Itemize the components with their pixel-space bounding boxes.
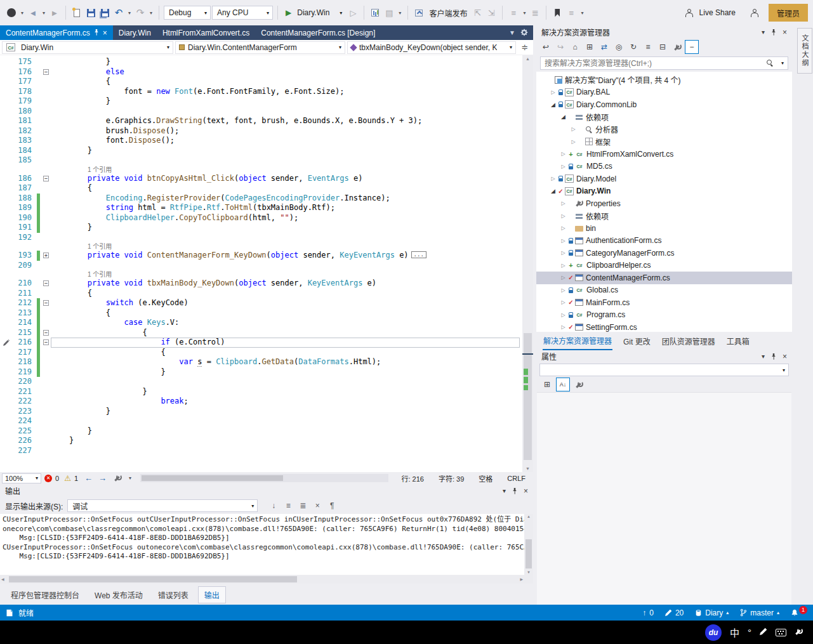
list-members-caret-icon[interactable]: ▾ [521,4,527,21]
bookmark-list-icon[interactable]: ≡ [565,4,578,21]
code-line-193[interactable]: 193+ private void ContentManagerForm_Key… [0,251,522,261]
expand-arrow-icon[interactable]: ▷ [559,287,567,293]
code-line-212[interactable]: 212− switch (e.KeyCode) [0,298,522,308]
ime-punctuation-icon[interactable]: ° [748,627,751,638]
expand-arrow-icon[interactable]: ▷ [559,275,567,280]
document-tab[interactable]: HtmlFromXamlConvert.cs [157,25,255,40]
tree-item[interactable]: 解决方案"Diary"(4 个项目, 共 4 个) [536,74,792,86]
collapsed-region[interactable]: ... [411,251,426,258]
codelens-reference-count[interactable]: 1 个引用 [88,243,112,250]
tree-item[interactable]: ▷MD5.cs [536,161,792,173]
tree-item[interactable]: ▷分析器 [536,123,792,136]
background-tasks-icon[interactable] [6,609,13,617]
expand-arrow-icon[interactable]: ▷ [549,176,557,181]
code-line-225[interactable]: 225 } [0,426,522,437]
indentation-indicator[interactable]: 空格 [473,473,498,483]
list-members-icon[interactable]: ≡ [507,4,520,21]
tree-item[interactable]: ▷+HtmlFromXamlConvert.cs [536,148,792,161]
tree-item[interactable]: ▷✓MainForm.cs [536,296,792,309]
profiler-caret-icon[interactable]: ▾ [397,4,403,21]
code-line-177[interactable]: 177 { [0,77,522,87]
window-position-icon[interactable]: ▾ [503,487,506,494]
code-line-224[interactable]: 224 [0,416,522,426]
code-line-210[interactable]: 210− private void tbxMainBody_KeyDown(ob… [0,279,522,289]
code-line-190[interactable]: 190 ClipboardHelper.CopyToClipboard(html… [0,213,522,223]
tool-window-tab[interactable]: 解决方案资源管理器 [543,332,612,350]
member-dropdown[interactable]: tbxMainBody_KeyDown(object sender, K▾ [347,41,516,54]
code-line-176[interactable]: 176− else [0,67,522,77]
web-publish-icon[interactable]: ⇱ [471,4,484,21]
code-line-217[interactable]: 217 { [0,348,522,358]
output-text[interactable]: CUserInputProcessor::OnSetFocus outCUser… [0,514,524,575]
tree-item[interactable]: ▷✓SettingForm.cs [536,321,792,332]
diagnostics-icon[interactable]: ▤ [383,4,395,21]
auto-hide-tab[interactable]: 文档大纲 [797,28,812,74]
pin-icon[interactable] [771,29,776,36]
start-without-debugging-icon[interactable]: ▷ [347,4,359,21]
navigate-back-icon[interactable]: ◄ [27,4,39,21]
expand-arrow-icon[interactable]: ▷ [559,299,567,305]
code-editor[interactable]: 175 }176− else177 {178 font = new Font(e… [0,55,533,472]
project-dropdown[interactable]: Diary.Win▾ [2,41,173,54]
tree-item[interactable]: ▷Global.cs [536,284,792,297]
scrollbar-thumb[interactable] [524,333,532,460]
pin-icon[interactable] [512,488,517,494]
expand-arrow-icon[interactable]: ▷ [569,139,578,145]
caret-column-indicator[interactable]: 字符: 39 [433,473,470,483]
tree-item[interactable]: ▷AuthenticationForm.cs [536,235,792,247]
editor-vertical-scrollbar[interactable] [522,55,533,472]
codelens-reference-count[interactable]: 1 个引用 [88,271,112,278]
code-line-213[interactable]: 213 { [0,308,522,319]
tool-window-tab[interactable]: Git 更改 [623,332,651,350]
code-line-218[interactable]: 218 var s = Clipboard.GetData(DataFormat… [0,357,522,367]
navigate-back-caret-icon[interactable]: ▾ [41,4,47,21]
administrator-badge[interactable]: 管理员 [769,4,808,22]
tree-item[interactable]: ▷Properties [536,197,792,210]
code-line-222[interactable]: 222 break; [0,397,522,407]
code-line-180[interactable]: 180 [0,107,522,117]
code-line-223[interactable]: 223 } [0,407,522,417]
line-ending-indicator[interactable]: CRLF [501,475,531,482]
expand-arrow-icon[interactable]: ▷ [569,126,578,132]
bookmark-icon[interactable] [551,4,564,21]
tree-item[interactable]: ▷依赖项 [536,210,792,223]
expand-arrow-icon[interactable]: ▷ [559,213,567,219]
bottom-panel-tab[interactable]: Web 发布活动 [89,587,149,603]
code-line-221[interactable]: 221 } [0,387,522,397]
bottom-panel-tab[interactable]: 程序包管理器控制台 [5,587,85,603]
word-wrap-icon[interactable]: ¶ [326,501,338,510]
tree-item[interactable]: ▷Program.cs [536,309,792,322]
save-all-icon[interactable] [98,4,111,21]
document-tab[interactable]: ContentManagerForm.cs× [0,25,113,40]
branch-selector[interactable]: master▴ [740,608,779,617]
code-line-179[interactable]: 179 } [0,96,522,107]
clear-all-icon[interactable]: × [311,501,324,510]
codelens-reference-count[interactable]: 1 个引用 [88,166,112,173]
ime-toolbox-icon[interactable] [795,628,803,638]
undo-icon[interactable]: ↶ [112,4,125,21]
expand-arrow-icon[interactable]: ◢ [549,102,557,108]
code-line-220[interactable]: 220 [0,377,522,387]
code-line-215[interactable]: 215− { [0,328,522,338]
back-icon[interactable]: ↩ [539,40,553,54]
close-icon[interactable]: × [524,487,528,496]
baidu-ime-logo-icon[interactable]: du [705,624,722,641]
performance-profiler-icon[interactable] [369,4,381,21]
start-debugging-button[interactable]: ▶ Diary.Win ▾ [282,4,345,21]
pin-icon[interactable] [94,29,99,37]
active-files-icon[interactable]: ▼ [509,29,515,36]
document-tab[interactable]: ContentManagerForm.cs [Design] [255,25,381,40]
redo-caret-icon[interactable]: ▾ [148,4,154,21]
comment-selection-icon[interactable]: ≣ [529,4,541,21]
code-line-182[interactable]: 182 brush.Dispose(); [0,126,522,136]
tree-item[interactable]: ▷Diary.Model [536,173,792,185]
home-icon[interactable]: ⌂ [568,40,582,54]
code-line-181[interactable]: 181 e.Graphics.DrawString(text, font, br… [0,116,522,126]
solution-search-input[interactable] [545,59,763,68]
expand-arrow-icon[interactable]: ▷ [559,238,567,244]
code-line-214[interactable]: 214 case Keys.V: [0,318,522,328]
fold-toggle-icon[interactable]: − [43,330,49,336]
live-share-button[interactable]: Live Share [697,8,738,17]
bottom-panel-tab[interactable]: 错误列表 [152,587,194,603]
expand-arrow-icon[interactable]: ▷ [559,164,567,169]
